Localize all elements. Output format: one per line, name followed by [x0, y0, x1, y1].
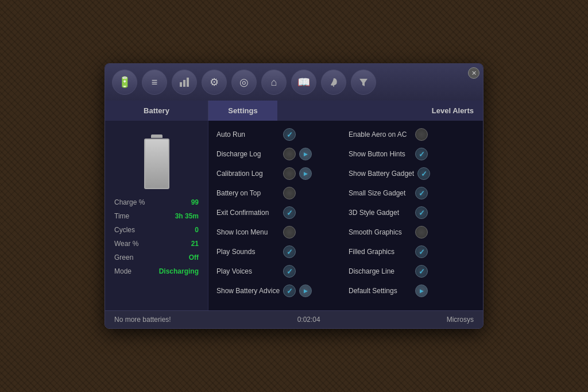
toggle-left-3[interactable] — [283, 187, 296, 199]
list-toolbar-btn[interactable]: ≡ — [142, 70, 167, 95]
toggle-right-1[interactable] — [415, 148, 428, 160]
setting-row-1: Discharge LogShow Button Hints — [216, 146, 475, 162]
toggle-right-4[interactable] — [415, 206, 428, 219]
setting-right-7: Discharge Line — [343, 265, 475, 278]
svg-rect-1 — [183, 80, 185, 87]
tab-level-alerts[interactable]: Level Alerts — [277, 101, 483, 121]
svg-rect-2 — [187, 78, 189, 87]
setting-label-6: Play Sounds — [216, 248, 280, 256]
filter-toolbar-btn[interactable] — [351, 70, 376, 95]
stats-panel: Charge % 99 Time 3h 35m Cycles 0 Wear % … — [114, 198, 199, 281]
toggle-right-3[interactable] — [415, 187, 428, 199]
setting-left-5: Show Icon Menu — [216, 226, 343, 239]
charge-stat: Charge % 99 — [114, 198, 199, 206]
mode-value: Discharging — [159, 267, 199, 275]
setting-label-8: Show Battery Advice — [216, 287, 280, 295]
setting-left-3: Battery on Top — [216, 187, 343, 199]
setting-row-0: Auto RunEnable Aero on AC — [216, 126, 475, 143]
toggle-left-6[interactable] — [283, 245, 296, 258]
main-content: Charge % 99 Time 3h 35m Cycles 0 Wear % … — [105, 121, 483, 310]
setting-row-6: Play SoundsFilled Graphics — [216, 244, 475, 260]
setting-right-label-4: 3D Style Gadget — [349, 209, 412, 217]
play-btn-left-2[interactable] — [299, 167, 312, 180]
play-btn-right-8[interactable] — [415, 285, 428, 297]
toggle-right-6[interactable] — [415, 245, 428, 258]
toggle-right-2[interactable] — [417, 167, 430, 180]
toggle-right-5[interactable] — [415, 226, 428, 239]
setting-right-1: Show Button Hints — [343, 148, 475, 160]
battery-body — [144, 139, 169, 189]
svg-rect-0 — [180, 82, 182, 87]
green-stat: Green Off — [114, 253, 199, 262]
setting-right-label-8: Default Settings — [349, 287, 412, 295]
settings-panel: Auto RunEnable Aero on ACDischarge LogSh… — [208, 121, 483, 310]
setting-row-2: Calibration LogShow Battery Gadget — [216, 166, 475, 182]
setting-left-4: Exit Confirmation — [216, 206, 343, 219]
setting-row-3: Battery on TopSmall Size Gadget — [216, 185, 475, 201]
setting-row-7: Play VoicesDischarge Line — [216, 263, 475, 279]
setting-right-label-3: Small Size Gadget — [349, 189, 412, 197]
svg-marker-4 — [359, 79, 368, 86]
battery-toolbar-btn[interactable]: 🔋 — [112, 70, 137, 95]
toggle-right-0[interactable] — [415, 128, 428, 141]
leaf-toolbar-btn[interactable] — [321, 70, 346, 95]
tab-battery[interactable]: Battery — [105, 101, 208, 121]
setting-label-1: Discharge Log — [216, 150, 280, 158]
time-label: Time — [114, 212, 129, 220]
cycles-value: 0 — [195, 226, 199, 234]
charge-label: Charge % — [114, 198, 145, 206]
battery-panel: Charge % 99 Time 3h 35m Cycles 0 Wear % … — [105, 121, 208, 310]
home-toolbar-btn[interactable]: ⌂ — [261, 70, 287, 95]
toggle-left-0[interactable] — [283, 128, 296, 141]
setting-label-5: Show Icon Menu — [216, 228, 280, 236]
green-value: Off — [189, 253, 199, 262]
settings-toolbar-btn[interactable]: ⚙ — [202, 70, 227, 95]
toggle-left-5[interactable] — [283, 226, 296, 239]
toggle-left-2[interactable] — [283, 167, 296, 180]
setting-right-label-5: Smooth Graphics — [349, 228, 412, 236]
mode-label: Mode — [114, 267, 131, 275]
setting-row-4: Exit Confirmation3D Style Gadget — [216, 205, 475, 221]
setting-right-label-2: Show Battery Gadget — [349, 170, 414, 178]
setting-right-2: Show Battery Gadget — [343, 167, 475, 180]
play-btn-left-8[interactable] — [299, 285, 312, 297]
setting-right-label-6: Filled Graphics — [349, 248, 412, 256]
setting-row-5: Show Icon MenuSmooth Graphics — [216, 224, 475, 240]
setting-left-6: Play Sounds — [216, 245, 343, 258]
setting-right-5: Smooth Graphics — [343, 226, 475, 239]
cycles-label: Cycles — [114, 226, 135, 234]
setting-right-3: Small Size Gadget — [343, 187, 475, 199]
book-toolbar-btn[interactable]: 📖 — [291, 70, 316, 95]
setting-left-0: Auto Run — [216, 128, 343, 141]
close-button[interactable]: ✕ — [468, 67, 479, 79]
setting-label-2: Calibration Log — [216, 170, 280, 178]
setting-left-2: Calibration Log — [216, 167, 343, 180]
tab-settings[interactable]: Settings — [208, 101, 277, 121]
setting-label-0: Auto Run — [216, 130, 280, 139]
toggle-left-8[interactable] — [283, 285, 296, 297]
toolbar: 🔋 ≡ ⚙ ◎ ⌂ 📖 ✕ — [105, 64, 483, 101]
setting-right-4: 3D Style Gadget — [343, 206, 475, 219]
setting-right-6: Filled Graphics — [343, 245, 475, 258]
setting-label-7: Play Voices — [216, 267, 280, 275]
setting-label-3: Battery on Top — [216, 189, 280, 197]
time-stat: Time 3h 35m — [114, 212, 199, 220]
setting-label-4: Exit Confirmation — [216, 209, 280, 217]
chart-toolbar-btn[interactable] — [172, 70, 197, 95]
toggle-right-7[interactable] — [415, 265, 428, 278]
green-label: Green — [114, 253, 133, 262]
target-toolbar-btn[interactable]: ◎ — [231, 70, 257, 95]
tab-row: Battery Settings Level Alerts — [105, 101, 483, 121]
toggle-left-1[interactable] — [283, 148, 296, 160]
status-time: 0:02:04 — [297, 316, 320, 324]
setting-left-7: Play Voices — [216, 265, 343, 278]
play-btn-left-1[interactable] — [299, 148, 312, 160]
toggle-left-4[interactable] — [283, 206, 296, 219]
setting-left-1: Discharge Log — [216, 148, 343, 160]
toggle-left-7[interactable] — [283, 265, 296, 278]
mode-stat: Mode Discharging — [114, 267, 199, 275]
setting-right-8: Default Settings — [343, 285, 475, 297]
setting-right-label-7: Discharge Line — [349, 267, 412, 275]
setting-row-8: Show Battery AdviceDefault Settings — [216, 283, 475, 299]
wear-label: Wear % — [114, 240, 138, 248]
